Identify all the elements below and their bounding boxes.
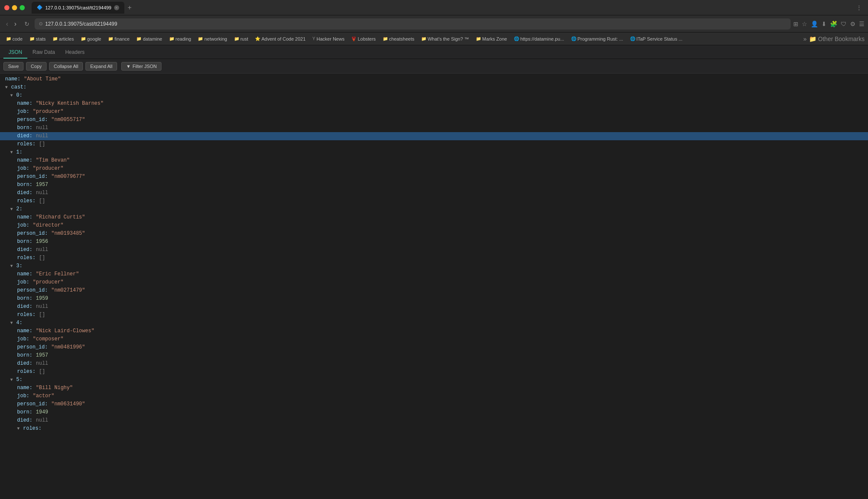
bookmark-datamine-url[interactable]: 🌐 https://datamine.pu... (511, 35, 567, 43)
json-row-item2-born: born: 1956 (0, 238, 868, 246)
key-item2-job: job: (17, 221, 29, 230)
grid-icon[interactable]: ⊞ (793, 21, 798, 27)
minimize-button[interactable] (12, 5, 17, 10)
bookmark-google[interactable]: 📁 google (78, 35, 104, 43)
shield-icon[interactable]: 🛡 (841, 21, 847, 27)
item0-toggle[interactable] (10, 92, 15, 100)
close-button[interactable] (4, 5, 9, 10)
url-text: 127.0.0.1:39075/cast/tt2194499 (45, 21, 117, 27)
cast-toggle[interactable] (5, 83, 9, 92)
tab-favicon: 🔷 (37, 5, 43, 10)
bookmark-label: Lobsters (358, 36, 375, 41)
url-bar[interactable]: ⊙ 127.0.0.1:39075/cast/tt2194499 (35, 18, 791, 30)
item4-toggle[interactable] (10, 319, 15, 327)
tab-raw-data[interactable]: Raw Data (27, 47, 60, 59)
bookmark-label: articles (59, 36, 74, 41)
key-item1-died: died: (17, 189, 32, 197)
other-bookmarks-button[interactable]: 📁 Other Bookmarks (809, 35, 865, 42)
filter-json-button[interactable]: ▼ Filter JSON (121, 62, 161, 71)
item3-toggle[interactable] (10, 262, 15, 270)
bookmark-hackernews[interactable]: Y Hacker News (310, 35, 347, 43)
hn-icon: Y (312, 36, 315, 41)
tab-bar: 🔷 127.0.0.1:39075/cast/tt2194499 × + (32, 2, 851, 14)
bookmark-rust[interactable]: 📁 rust (232, 35, 251, 43)
bookmark-stats[interactable]: 📁 stats (27, 35, 48, 43)
filter-icon: ▼ (126, 64, 131, 69)
bookmark-itap[interactable]: 🌐 ITaP Service Status ... (628, 35, 685, 43)
maximize-button[interactable] (20, 5, 25, 10)
tab-close-button[interactable]: × (114, 5, 119, 10)
val-item3-died: null (36, 303, 48, 311)
json-row-item-1: 1: (0, 148, 868, 156)
menu-icon[interactable]: ☰ (859, 21, 865, 27)
bookmark-reading[interactable]: 📁 reading (167, 35, 194, 43)
json-row-cast: cast: (0, 83, 868, 92)
val-item4-job: "composer" (33, 335, 64, 343)
json-row-item3-job: job: "producer" (0, 278, 868, 286)
titlebar-menu-icon[interactable]: ⋮ (854, 3, 864, 12)
tab-json[interactable]: JSON (3, 47, 27, 59)
json-row-item1-job: job: "producer" (0, 165, 868, 173)
copy-button[interactable]: Copy (26, 62, 47, 71)
star-icon[interactable]: ☆ (802, 21, 807, 27)
refresh-button[interactable]: ↻ (22, 19, 32, 29)
web-icon: 🌐 (630, 36, 635, 41)
val-item5-pid: "nm0631490" (51, 400, 85, 408)
bookmark-articles[interactable]: 📁 articles (50, 35, 76, 43)
bookmark-code[interactable]: 📁 code (3, 35, 25, 43)
bookmark-label: rust (240, 36, 248, 41)
forward-button[interactable]: › (12, 18, 19, 30)
star-icon: ⭐ (255, 36, 260, 41)
json-row-item-4: 4: (0, 319, 868, 327)
bookmarks-overflow-button[interactable]: » (803, 35, 806, 42)
bookmark-finance[interactable]: 📁 finance (106, 35, 132, 43)
item1-toggle[interactable] (10, 148, 15, 156)
new-tab-button[interactable]: + (126, 4, 133, 12)
toolbar: Save Copy Collapse All Expand All ▼ Filt… (0, 59, 868, 74)
tab-headers[interactable]: Headers (60, 47, 90, 59)
bookmark-advent[interactable]: ⭐ Advent of Code 2021 (252, 35, 308, 43)
key-item2-roles: roles: (17, 254, 35, 262)
val-item1-roles: [] (39, 197, 45, 205)
bookmark-networking[interactable]: 📁 networking (195, 35, 229, 43)
download-icon[interactable]: ⬇ (821, 21, 827, 27)
user-icon[interactable]: 👤 (811, 21, 818, 27)
expand-all-button[interactable]: Expand All (85, 62, 117, 71)
val-item5-born: 1949 (36, 408, 48, 416)
bookmark-sign[interactable]: 📁 What's the Sign? ™ (419, 35, 472, 43)
lobsters-icon: 🦞 (351, 36, 356, 41)
bookmark-datamine[interactable]: 📁 datamine (134, 35, 164, 43)
key-item0-born: born: (17, 124, 32, 132)
val-item0-died: null (36, 132, 48, 140)
titlebar: 🔷 127.0.0.1:39075/cast/tt2194499 × + ⋮ (0, 0, 868, 15)
extensions-icon[interactable]: 🧩 (830, 21, 837, 27)
folder-icon: 📁 (29, 36, 35, 41)
val-item4-died: null (36, 360, 48, 368)
json-row-item2-roles: roles: [] (0, 254, 868, 262)
json-content[interactable]: name: "About Time" cast: 0: name: "Nicky… (0, 74, 868, 499)
settings-icon[interactable]: ⚙ (850, 21, 856, 27)
json-row-item4-pid: person_id: "nm0481996" (0, 343, 868, 351)
back-button[interactable]: ‹ (3, 18, 11, 30)
save-button[interactable]: Save (3, 62, 23, 71)
item5-roles-toggle[interactable] (17, 425, 21, 433)
bookmark-lobsters[interactable]: 🦞 Lobsters (349, 35, 378, 43)
val-item2-died: null (36, 246, 48, 254)
bookmark-prog-rust[interactable]: 🌐 Programming Rust: ... (569, 35, 626, 43)
key-item5-born: born: (17, 408, 32, 416)
nav-arrows: ‹ › (3, 18, 19, 30)
active-tab[interactable]: 🔷 127.0.0.1:39075/cast/tt2194499 × (32, 2, 124, 14)
bookmark-label: code (12, 36, 23, 41)
item5-toggle[interactable] (10, 376, 15, 384)
val-item0-born: null (36, 124, 48, 132)
key-item3-pid: person_id: (17, 286, 48, 295)
bookmark-cheatsheets[interactable]: 📁 cheatsheets (380, 35, 417, 43)
item2-toggle[interactable] (10, 205, 15, 213)
key-item0-index: 0: (16, 92, 22, 100)
bookmark-marks[interactable]: 📁 Marks Zone (473, 35, 510, 43)
collapse-all-button[interactable]: Collapse All (49, 62, 83, 71)
key-item4-job: job: (17, 335, 29, 343)
key-name: name: (5, 75, 21, 83)
val-item3-pid: "nm0271479" (51, 286, 85, 295)
key-cast: cast: (11, 83, 26, 92)
